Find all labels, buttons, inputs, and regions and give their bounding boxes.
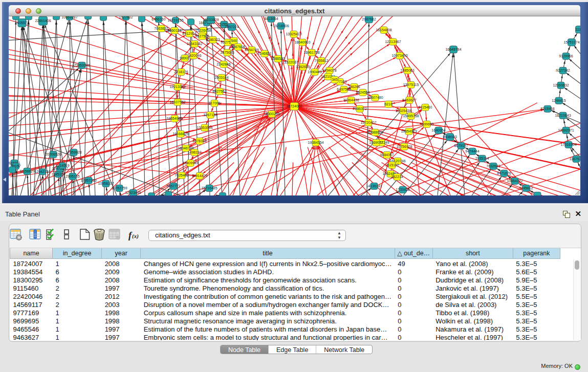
svg-text:20364436: 20364436 — [343, 98, 359, 102]
svg-text:14914479: 14914479 — [191, 174, 207, 178]
svg-text:1869072: 1869072 — [369, 141, 383, 144]
svg-text:1733426: 1733426 — [396, 188, 409, 191]
svg-text:3875685: 3875685 — [220, 51, 234, 54]
svg-text:7986372: 7986372 — [353, 107, 366, 111]
svg-text:16961758: 16961758 — [303, 51, 319, 54]
svg-text:5322037: 5322037 — [284, 60, 298, 64]
svg-text:8454749: 8454749 — [245, 48, 258, 52]
svg-text:9245612: 9245612 — [519, 186, 533, 190]
svg-text:16154808: 16154808 — [376, 28, 391, 32]
svg-text:1640954: 1640954 — [431, 128, 445, 132]
svg-text:7955812: 7955812 — [314, 59, 328, 62]
svg-text:9827500: 9827500 — [195, 34, 209, 38]
svg-text:12093832: 12093832 — [553, 83, 569, 87]
svg-text:1244415: 1244415 — [552, 99, 565, 102]
svg-text:10756928: 10756928 — [396, 145, 412, 148]
svg-text:16033809: 16033809 — [203, 18, 219, 21]
svg-text:15716485: 15716485 — [201, 186, 217, 190]
svg-text:7632621: 7632621 — [486, 164, 500, 168]
svg-text:13975115: 13975115 — [403, 83, 419, 86]
svg-text:15495758: 15495758 — [403, 114, 419, 118]
svg-text:2718176: 2718176 — [174, 70, 188, 74]
svg-text:1615112: 1615112 — [385, 163, 399, 167]
svg-text:6466160: 6466160 — [151, 17, 165, 21]
svg-text:6679197: 6679197 — [454, 144, 468, 147]
svg-text:2867608: 2867608 — [231, 45, 245, 49]
svg-text:15720407: 15720407 — [360, 121, 376, 124]
svg-text:1990443: 1990443 — [308, 70, 321, 74]
svg-text:15226058: 15226058 — [195, 29, 211, 32]
svg-text:15751074: 15751074 — [563, 40, 579, 44]
svg-text:1498222: 1498222 — [187, 150, 201, 154]
svg-text:17359928: 17359928 — [66, 150, 81, 154]
svg-text:10688609: 10688609 — [367, 130, 383, 134]
svg-text:1405571: 1405571 — [15, 21, 29, 25]
svg-text:2905135: 2905135 — [66, 174, 79, 178]
svg-text:10973493: 10973493 — [391, 54, 407, 57]
svg-text:8427552: 8427552 — [212, 90, 226, 93]
svg-text:12923445: 12923445 — [125, 191, 141, 194]
svg-text:6216: 6216 — [384, 102, 393, 106]
svg-text:7485063: 7485063 — [400, 69, 414, 72]
svg-text:19654923: 19654923 — [401, 129, 417, 133]
svg-text:10025438: 10025438 — [395, 109, 411, 113]
svg-text:2803144: 2803144 — [214, 76, 228, 79]
svg-text:8471676: 8471676 — [497, 171, 511, 175]
svg-text:16648784: 16648784 — [445, 48, 461, 51]
svg-text:2087682: 2087682 — [362, 17, 376, 21]
svg-text:3624554: 3624554 — [356, 91, 369, 94]
svg-text:19166825: 19166825 — [172, 132, 188, 136]
svg-text:18640910: 18640910 — [294, 40, 310, 44]
svg-text:17016504: 17016504 — [560, 143, 576, 146]
svg-text:252214: 252214 — [391, 175, 403, 179]
svg-text:8215958: 8215958 — [540, 107, 554, 111]
svg-text:19218506: 19218506 — [273, 24, 289, 28]
svg-text:9146821: 9146821 — [257, 52, 271, 55]
svg-text:9463627: 9463627 — [402, 98, 416, 102]
svg-text:8813054: 8813054 — [264, 17, 278, 20]
svg-text:317006: 317006 — [208, 101, 220, 105]
svg-text:8912954: 8912954 — [182, 32, 196, 35]
svg-text:1362635: 1362635 — [296, 65, 310, 69]
svg-text:546: 546 — [231, 39, 237, 42]
svg-text:10607480: 10607480 — [367, 96, 383, 99]
svg-text:13353594: 13353594 — [197, 126, 212, 129]
svg-text:12942757: 12942757 — [34, 170, 50, 173]
svg-text:3267130: 3267130 — [203, 113, 217, 117]
svg-text:23053346: 23053346 — [74, 63, 90, 67]
svg-text:16107552: 16107552 — [169, 100, 185, 104]
svg-text:19384554: 19384554 — [308, 141, 323, 144]
svg-text:8660124: 8660124 — [167, 29, 181, 32]
svg-text:10654122: 10654122 — [507, 179, 522, 183]
svg-text:(x): (x) — [132, 233, 139, 239]
svg-text:9474444: 9474444 — [465, 149, 479, 153]
svg-text:11156829: 11156829 — [19, 169, 35, 173]
svg-text:18300295: 18300295 — [264, 112, 279, 116]
svg-text:10719155: 10719155 — [167, 18, 183, 22]
svg-text:16210643: 16210643 — [555, 114, 571, 117]
svg-text:1588520: 1588520 — [271, 57, 285, 60]
svg-text:18724007: 18724007 — [286, 104, 302, 108]
svg-text:20206526: 20206526 — [45, 152, 61, 156]
svg-text:10958107: 10958107 — [98, 182, 114, 185]
svg-text:98901: 98901 — [180, 56, 190, 60]
svg-text:1145194: 1145194 — [52, 172, 66, 176]
svg-text:2242848: 2242848 — [216, 62, 230, 66]
svg-text:10653287: 10653287 — [61, 16, 77, 19]
svg-text:8186323: 8186323 — [206, 38, 220, 41]
svg-text:7625402: 7625402 — [175, 173, 188, 177]
svg-text:7357224: 7357224 — [225, 25, 238, 29]
svg-text:1167534: 1167534 — [570, 157, 580, 161]
svg-text:14136141: 14136141 — [366, 184, 382, 188]
svg-text:19654983: 19654983 — [166, 117, 182, 120]
svg-text:16782759: 16782759 — [111, 186, 127, 190]
svg-text:7663822: 7663822 — [154, 27, 168, 30]
svg-text:9699695: 9699695 — [420, 122, 433, 126]
svg-text:12213369: 12213369 — [169, 85, 185, 89]
svg-text:9884067: 9884067 — [380, 153, 394, 157]
svg-text:6497508: 6497508 — [337, 87, 351, 91]
svg-text:1214519: 1214519 — [55, 164, 69, 167]
svg-text:9794078: 9794078 — [322, 69, 336, 72]
svg-text:9129966: 9129966 — [559, 54, 573, 58]
svg-text:9115460: 9115460 — [419, 105, 432, 109]
